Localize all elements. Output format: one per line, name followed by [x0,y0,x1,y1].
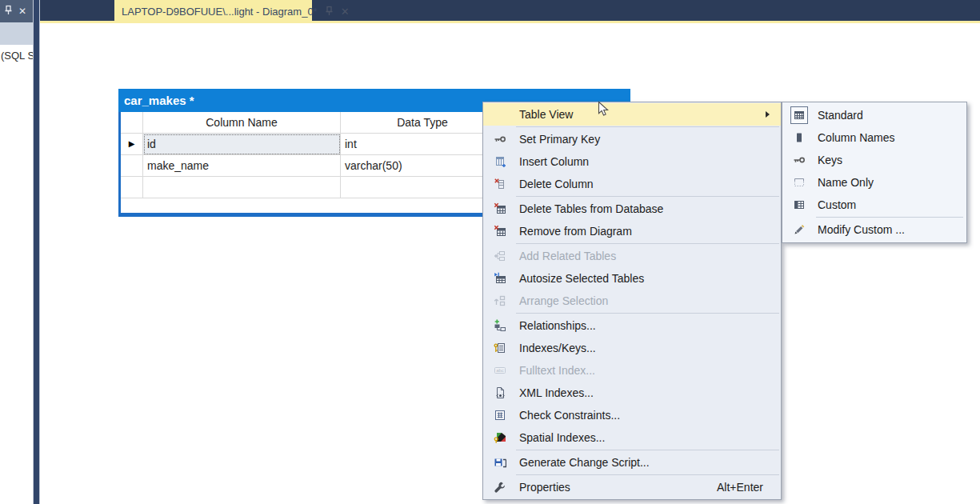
menu-item-relationships[interactable]: Relationships... [483,314,781,337]
submenu-item-custom[interactable]: Custom [782,194,966,216]
menu-item-remove-from-diagram[interactable]: Remove from Diagram [483,220,781,242]
menu-separator [516,474,779,475]
menu-item-insert-column[interactable]: Insert Column [483,150,781,173]
mouse-cursor-icon [598,101,609,118]
properties-icon [494,481,506,494]
panel-titlebar: ✕ [0,0,33,22]
menu-item-label: Set Primary Key [519,133,600,146]
menu-item-properties[interactable]: PropertiesAlt+Enter [483,476,781,498]
menu-item-label: Add Related Tables [519,250,616,262]
menu-item-label: Insert Column [519,155,589,168]
keys-view-icon [790,151,808,169]
menu-item-label: Check Constraints... [519,409,620,422]
menu-item-generate-change-script[interactable]: Generate Change Script... [483,451,781,474]
spatial-indexes-icon [494,431,506,444]
menu-item-shortcut: Alt+Enter [717,481,781,494]
fulltext-index-icon: abc [494,364,506,377]
submenu-item-label: Standard [818,109,863,122]
submenu-item-label: Keys [818,154,842,166]
cell-column-name[interactable] [143,177,341,198]
insert-column-icon [494,155,506,168]
pin-icon[interactable] [4,4,13,18]
submenu-item-label: Custom [818,198,856,211]
dock-gutter [33,0,40,504]
menu-item-autosize-selected-tables[interactable]: Autosize Selected Tables [483,267,781,290]
menu-item-label: Properties [519,481,570,494]
relationships-icon [494,319,506,332]
menu-item-set-primary-key[interactable]: Set Primary Key [483,128,781,150]
submenu-item-label: Column Names [818,131,894,144]
add-related-tables-icon [494,250,506,262]
menu-separator [516,126,779,127]
menu-item-label: Generate Change Script... [519,456,650,469]
menu-item-label: Table View [519,108,573,121]
close-icon[interactable]: ✕ [341,6,350,17]
cell-column-name[interactable]: id [143,134,341,155]
tab-diagram0[interactable]: LAPTOP-D9BOFUUE\...light - Diagram_0* ✕ [114,0,312,23]
server-label: (SQL S [1,50,34,62]
table-view-submenu: StandardColumn NamesKeysName OnlyCustomM… [782,102,967,243]
column-header-name[interactable]: Column Name [143,112,341,134]
submenu-item-standard[interactable]: Standard [782,104,966,126]
custom-view-icon [790,196,808,214]
submenu-item-label: Modify Custom ... [818,223,905,236]
submenu-item-keys[interactable]: Keys [782,149,966,171]
column-names-icon [790,129,808,146]
autosize-tables-icon [494,272,506,285]
menu-item-spatial-indexes[interactable]: Spatial Indexes... [483,426,781,449]
no-icon [494,108,506,121]
cell-data-type[interactable]: varchar(50) [341,155,505,177]
tab-title: LAPTOP-D9BOFUUE\...light - Diagram_0* [122,6,318,18]
xml-indexes-icon [494,386,506,399]
delete-tables-icon [494,202,506,215]
svg-text:abc: abc [496,368,504,373]
primary-key-icon [494,133,506,146]
corner-cell [121,112,143,134]
menu-item-label: Delete Tables from Database [519,202,663,215]
panel-toolbar [0,22,33,45]
ssms-diagram-window: ✕ (SQL S LAPTOP-D9BOFUUE\...light - Diag… [0,0,980,504]
menu-item-delete-tables-from-database[interactable]: Delete Tables from Database [483,198,781,220]
menu-separator [816,217,963,218]
menu-item-indexes-keys[interactable]: Indexes/Keys... [483,337,781,359]
standard-view-icon [790,106,808,124]
table-context-menu: Table ViewSet Primary KeyInsert ColumnDe… [482,102,782,500]
cell-column-name[interactable]: make_name [143,155,341,177]
row-selector[interactable] [121,177,143,198]
close-icon[interactable]: ✕ [18,6,26,16]
menu-item-label: Autosize Selected Tables [519,272,644,285]
menu-separator [516,196,779,197]
check-constraints-icon [494,409,506,422]
indexes-keys-icon [494,342,506,354]
submenu-arrow-icon [766,111,770,118]
menu-separator [516,313,779,314]
pin-icon[interactable] [325,5,334,19]
menu-item-label: Remove from Diagram [519,225,632,238]
menu-item-check-constraints[interactable]: Check Constraints... [483,404,781,426]
submenu-item-modify-custom[interactable]: Modify Custom ... [782,218,966,241]
menu-item-label: Spatial Indexes... [519,431,605,444]
menu-item-label: Indexes/Keys... [519,342,596,354]
delete-column-icon [494,178,506,190]
column-header-type[interactable]: Data Type [341,112,505,134]
submenu-item-column-names[interactable]: Column Names [782,126,966,149]
cell-data-type[interactable] [341,177,505,198]
name-only-icon [790,174,808,191]
menu-item-delete-column[interactable]: Delete Column [483,173,781,195]
submenu-item-name-only[interactable]: Name Only [782,171,966,194]
menu-item-add-related-tables: Add Related Tables [483,245,781,267]
current-row-arrow-icon: ▶ [129,140,135,148]
menu-item-label: Delete Column [519,178,594,190]
cell-data-type[interactable]: int [341,134,505,155]
menu-item-fulltext-index: abcFulltext Index... [483,359,781,382]
menu-item-label: Arrange Selection [519,294,608,307]
menu-separator [516,450,779,450]
row-selector[interactable] [121,155,143,177]
menu-item-label: Relationships... [519,319,596,332]
row-selector[interactable]: ▶ [121,134,143,155]
object-explorer-panel: ✕ (SQL S [0,0,33,504]
menu-separator [516,243,779,244]
remove-diagram-icon [494,225,506,238]
menu-item-xml-indexes[interactable]: XML Indexes... [483,382,781,404]
menu-item-table-view[interactable]: Table View [483,103,781,126]
